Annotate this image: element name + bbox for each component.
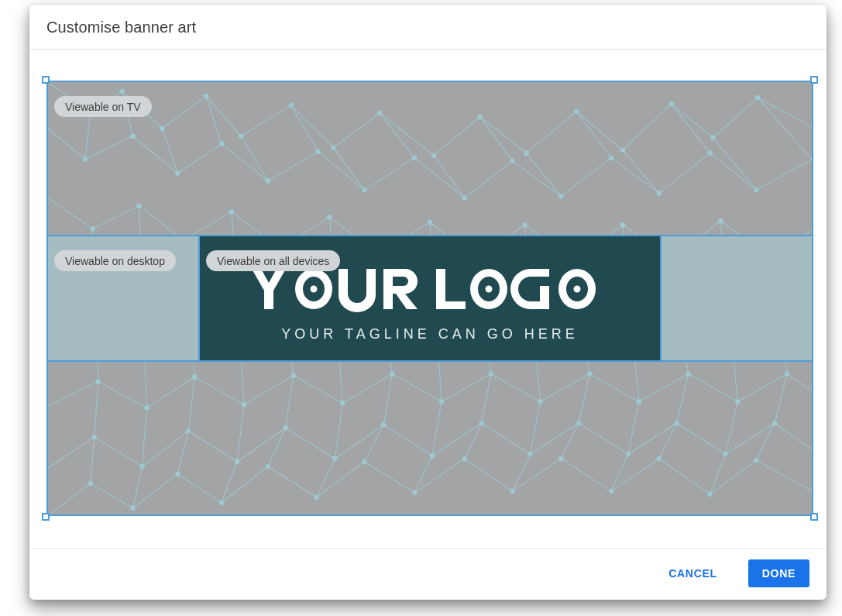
- svg-point-37: [327, 215, 332, 219]
- svg-point-71: [528, 452, 532, 456]
- svg-point-94: [574, 285, 581, 292]
- svg-point-16: [755, 95, 760, 100]
- svg-point-73: [626, 452, 631, 456]
- svg-point-32: [91, 226, 95, 231]
- svg-point-6: [289, 103, 294, 108]
- svg-point-7: [331, 145, 335, 150]
- cancel-button[interactable]: CANCEL: [655, 559, 731, 587]
- tv-safe-area: Viewable on TV Viewable on desktop Viewa…: [46, 81, 813, 516]
- dialog-header: Customise banner art: [29, 5, 827, 50]
- svg-point-59: [686, 371, 690, 376]
- svg-point-91: [754, 458, 758, 463]
- svg-point-2: [119, 89, 124, 94]
- svg-point-68: [381, 422, 386, 427]
- crop-handle-top-right[interactable]: [810, 76, 818, 84]
- svg-point-89: [657, 456, 662, 461]
- svg-point-93: [486, 285, 493, 292]
- svg-point-80: [219, 501, 224, 505]
- svg-point-87: [558, 456, 563, 461]
- svg-point-10: [478, 115, 483, 119]
- svg-point-23: [362, 188, 366, 192]
- svg-point-61: [785, 371, 789, 376]
- svg-point-81: [266, 464, 270, 469]
- svg-point-29: [657, 191, 662, 195]
- customise-banner-dialog: Customise banner art: [29, 5, 827, 600]
- svg-point-22: [315, 149, 320, 153]
- svg-point-39: [428, 220, 432, 225]
- svg-point-67: [332, 456, 337, 461]
- svg-point-24: [412, 155, 417, 160]
- tv-safe-label: Viewable on TV: [54, 96, 152, 117]
- svg-point-86: [510, 489, 514, 494]
- desktop-safe-area: Viewable on desktop Viewable on all devi…: [48, 235, 812, 362]
- svg-point-54: [439, 399, 444, 404]
- dialog-body: Viewable on TV Viewable on desktop Viewa…: [29, 50, 827, 548]
- svg-point-17: [83, 157, 88, 161]
- svg-point-13: [620, 147, 625, 152]
- svg-point-12: [574, 109, 579, 114]
- svg-point-77: [88, 481, 93, 486]
- all-devices-safe-area: Viewable on all devices: [198, 236, 662, 360]
- svg-point-27: [558, 194, 563, 198]
- svg-point-45: [718, 219, 723, 223]
- crop-handle-bottom-left[interactable]: [42, 513, 50, 521]
- banner-logo-text: [252, 266, 608, 312]
- svg-point-88: [609, 489, 613, 494]
- svg-point-5: [239, 134, 243, 139]
- svg-point-70: [479, 421, 484, 425]
- svg-point-18: [130, 134, 135, 139]
- svg-point-15: [710, 136, 715, 140]
- svg-point-78: [130, 506, 135, 511]
- svg-point-52: [340, 401, 345, 405]
- all-devices-safe-label: Viewable on all devices: [206, 250, 340, 271]
- svg-point-85: [462, 456, 467, 461]
- svg-point-51: [291, 373, 296, 377]
- svg-point-83: [362, 459, 366, 464]
- crop-stage[interactable]: Viewable on TV Viewable on desktop Viewa…: [46, 81, 813, 516]
- svg-point-20: [219, 141, 224, 146]
- svg-point-49: [192, 374, 197, 379]
- svg-point-72: [576, 421, 581, 425]
- svg-point-28: [609, 155, 613, 160]
- svg-point-35: [229, 209, 234, 214]
- svg-point-47: [96, 379, 101, 384]
- svg-point-82: [314, 495, 318, 500]
- svg-point-3: [160, 126, 164, 131]
- desktop-pad-right: [662, 236, 812, 360]
- banner-logo-block: YOUR LOGO YOUR TAGLINE CAN GO HERE: [252, 266, 608, 342]
- svg-point-66: [284, 425, 288, 430]
- svg-point-65: [235, 459, 239, 464]
- svg-point-8: [377, 111, 382, 115]
- svg-point-43: [620, 222, 625, 227]
- desktop-safe-label: Viewable on desktop: [54, 250, 176, 271]
- svg-point-79: [175, 472, 180, 477]
- svg-point-31: [754, 188, 758, 192]
- svg-point-76: [772, 421, 777, 425]
- svg-point-26: [510, 158, 514, 163]
- svg-point-60: [735, 399, 740, 404]
- svg-point-14: [669, 102, 674, 106]
- svg-point-9: [431, 153, 436, 157]
- svg-point-84: [412, 490, 417, 495]
- svg-point-21: [266, 178, 270, 183]
- crop-handle-bottom-right[interactable]: [810, 513, 818, 521]
- svg-point-56: [538, 399, 542, 404]
- svg-point-11: [524, 150, 528, 155]
- svg-point-19: [175, 170, 180, 175]
- svg-point-62: [92, 435, 97, 439]
- svg-point-57: [587, 371, 592, 376]
- done-button[interactable]: DONE: [748, 559, 809, 587]
- svg-point-41: [522, 222, 527, 227]
- svg-point-48: [144, 405, 149, 410]
- svg-point-90: [707, 492, 712, 497]
- crop-handle-top-left[interactable]: [42, 76, 50, 84]
- svg-point-33: [136, 203, 141, 208]
- svg-point-69: [430, 453, 435, 458]
- svg-point-4: [204, 94, 208, 98]
- dialog-footer: CANCEL DONE: [29, 548, 827, 600]
- svg-point-55: [488, 371, 493, 376]
- svg-point-58: [637, 399, 641, 404]
- svg-point-92: [311, 285, 318, 292]
- banner-tagline: YOUR TAGLINE CAN GO HERE: [252, 326, 608, 342]
- svg-point-53: [390, 371, 394, 376]
